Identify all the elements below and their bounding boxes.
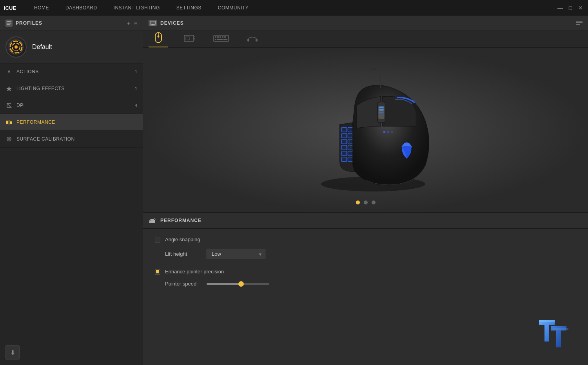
svg-rect-54 xyxy=(379,107,383,108)
profiles-menu-button[interactable]: ≡ xyxy=(134,20,137,26)
devices-title: DEVICES xyxy=(160,20,573,26)
minimize-button[interactable]: — xyxy=(557,4,564,11)
device-tab-keyboard[interactable] xyxy=(211,33,231,45)
svg-rect-1 xyxy=(7,23,11,23)
dpi-badge: 4 xyxy=(135,103,137,108)
svg-rect-24 xyxy=(186,37,190,40)
titlebar: iCUE HOME DASHBOARD INSTANT LIGHTING SET… xyxy=(0,0,588,16)
svg-rect-30 xyxy=(217,36,219,38)
sidebar-item-actions[interactable]: A ACTIONS 1 xyxy=(0,63,143,80)
performance-icon xyxy=(5,119,13,126)
window-controls: — □ ✕ xyxy=(557,4,584,11)
devices-icon xyxy=(149,20,157,26)
nav-instant-lighting[interactable]: INSTANT LIGHTING xyxy=(111,4,162,12)
svg-point-13 xyxy=(8,138,10,140)
sidebar-item-dpi[interactable]: DPI 4 xyxy=(0,97,143,114)
svg-rect-0 xyxy=(7,21,11,22)
profile-item[interactable]: Default xyxy=(0,31,143,63)
dot-3[interactable] xyxy=(372,201,376,204)
svg-rect-32 xyxy=(222,36,223,38)
lighting-badge: 1 xyxy=(135,86,137,91)
sidebar-item-surface-calibration[interactable]: SURFACE CALIBRATION xyxy=(0,131,143,148)
right-panel: DEVICES xyxy=(143,16,588,365)
slider-thumb[interactable] xyxy=(238,281,244,287)
add-profile-button[interactable]: + xyxy=(127,20,130,26)
lighting-effects-label: LIGHTING EFFECTS xyxy=(16,86,131,91)
dot-2[interactable] xyxy=(364,201,368,204)
svg-rect-10 xyxy=(9,120,9,125)
download-button[interactable]: ⬇ xyxy=(5,345,20,360)
slider-fill xyxy=(207,283,241,285)
svg-rect-38 xyxy=(256,39,258,42)
pointer-speed-slider[interactable] xyxy=(207,283,269,285)
mouse-display xyxy=(143,48,588,212)
svg-rect-44 xyxy=(341,139,347,144)
nav-settings[interactable]: SETTINGS xyxy=(174,4,204,12)
svg-rect-28 xyxy=(214,35,229,42)
svg-rect-46 xyxy=(341,145,347,150)
svg-marker-66 xyxy=(553,328,568,330)
svg-rect-11 xyxy=(10,121,12,124)
svg-rect-56 xyxy=(379,112,383,113)
nav-home[interactable]: HOME xyxy=(32,4,51,12)
lift-height-select[interactable]: Low Medium High xyxy=(207,249,265,259)
profiles-title: PROFILES xyxy=(16,20,124,26)
device-tabs xyxy=(143,31,588,48)
sidebar-item-performance[interactable]: PERFORMANCE xyxy=(0,114,143,131)
enhance-pointer-checkbox[interactable] xyxy=(155,269,160,275)
svg-rect-34 xyxy=(215,39,216,40)
svg-rect-2 xyxy=(7,24,10,25)
svg-marker-65 xyxy=(539,320,555,322)
performance-label: PERFORMANCE xyxy=(16,119,133,125)
svg-rect-33 xyxy=(224,36,226,38)
svg-rect-16 xyxy=(151,25,155,25)
svg-marker-7 xyxy=(6,86,12,91)
main-layout: PROFILES + ≡ Default xyxy=(0,16,588,365)
device-tab-headset[interactable] xyxy=(243,33,262,45)
dpi-label: DPI xyxy=(16,103,131,108)
profiles-actions: + ≡ xyxy=(127,20,137,26)
svg-rect-35 xyxy=(217,39,223,40)
pointer-speed-label: Pointer speed xyxy=(165,281,200,287)
svg-rect-50 xyxy=(341,157,347,161)
performance-section-title: PERFORMANCE xyxy=(160,218,201,223)
mouse-image-container xyxy=(283,61,448,199)
avatar xyxy=(5,36,27,58)
svg-point-6 xyxy=(15,45,18,49)
lighting-icon xyxy=(5,85,13,92)
device-tab-gpu[interactable] xyxy=(180,33,200,45)
angle-snapping-checkbox[interactable] xyxy=(155,237,160,242)
svg-rect-29 xyxy=(215,36,216,38)
lift-height-row: Lift height Low Medium High ▼ xyxy=(165,249,576,259)
enhance-pointer-row: Enhance pointer precision xyxy=(155,269,576,275)
tt-logo-watermark xyxy=(537,318,576,353)
profiles-header: PROFILES + ≡ xyxy=(0,16,143,31)
close-button[interactable]: ✕ xyxy=(577,4,584,11)
gpu-tab-icon xyxy=(183,34,196,45)
svg-marker-63 xyxy=(539,320,555,342)
maximize-button[interactable]: □ xyxy=(567,4,574,11)
actions-icon: A xyxy=(5,68,13,75)
nav-community[interactable]: COMMUNITY xyxy=(216,4,251,12)
keyboard-tab-icon xyxy=(213,34,229,44)
actions-label: ACTIONS xyxy=(16,69,131,74)
devices-header: DEVICES xyxy=(143,16,588,31)
device-tab-mouse[interactable] xyxy=(149,33,168,45)
lift-height-dropdown-wrapper: Low Medium High ▼ xyxy=(207,249,265,259)
download-icon: ⬇ xyxy=(10,349,15,356)
sidebar-item-lighting-effects[interactable]: LIGHTING EFFECTS 1 xyxy=(0,80,143,97)
svg-point-57 xyxy=(383,131,385,133)
enhance-pointer-label: Enhance pointer precision xyxy=(165,269,224,275)
svg-point-58 xyxy=(387,131,389,133)
svg-rect-48 xyxy=(341,151,347,155)
mouse-tab-icon xyxy=(154,32,163,47)
svg-point-59 xyxy=(390,131,393,133)
nav-dashboard[interactable]: DASHBOARD xyxy=(63,4,100,12)
svg-rect-36 xyxy=(223,39,227,40)
pointer-speed-row: Pointer speed xyxy=(165,281,576,287)
svg-rect-42 xyxy=(341,134,347,138)
svg-point-22 xyxy=(158,35,160,37)
lift-height-label: Lift height xyxy=(165,251,200,257)
dot-1[interactable] xyxy=(356,201,360,204)
angle-snapping-row: Angle snapping xyxy=(155,237,576,242)
